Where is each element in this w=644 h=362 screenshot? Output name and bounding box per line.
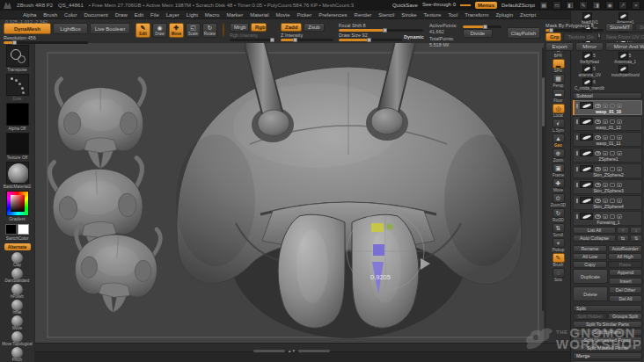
mirror-and-weld-button[interactable]: Mirror And Weld [605,42,644,51]
tool-thumbnail-item[interactable]: 5 Antennaa_1 [609,52,643,64]
subtool-row[interactable]: wasp_01_11 [573,132,642,147]
palette-icon[interactable]: ◧ [566,1,574,10]
rgb-intensity-slider[interactable]: Rgb Intensity [230,33,275,41]
subtool-row[interactable]: Forewing_1 [573,211,642,226]
right-shelf-button[interactable]: ✚ Move [548,178,569,192]
menu-item[interactable]: Texture [424,12,442,18]
right-shelf-button[interactable]: ▣ Frame [548,163,569,177]
export-button[interactable]: Export [545,42,574,51]
color-picker-square[interactable] [11,195,25,212]
lock-icon[interactable]: ◨ [592,1,601,10]
tool-thumbnail-item[interactable]: mouthpartfound [609,65,643,77]
menu-item[interactable]: Draw [115,12,128,18]
quick-brush-item[interactable]: DamStandard [5,268,30,283]
current-brush-thumbnail[interactable] [6,45,29,67]
stroke-thumbnail[interactable] [6,74,29,96]
eye-icon[interactable] [595,104,601,108]
eye-icon[interactable] [595,135,601,140]
main-color-swatch[interactable] [5,224,17,235]
right-shelf-button[interactable]: ◐ L.Sym [548,119,569,133]
monitor-icon[interactable]: ▭ [553,1,561,10]
auto-collapse-button[interactable]: Auto Collapse [573,235,616,242]
all-high-button[interactable]: All High [608,253,642,260]
subtool-row[interactable]: Skin_ZSphere4 [573,195,642,210]
right-shelf-button[interactable]: ⌖ Pickup [548,238,569,252]
gizmo-purple-handle[interactable] [373,244,384,256]
polypaint-icon[interactable] [603,183,608,187]
menu-item[interactable]: Edit [135,12,143,18]
mask-icon[interactable] [617,199,622,203]
right-shelf-button[interactable]: ▲ Geo [548,134,569,148]
paste-button[interactable]: Paste [608,261,642,268]
user-icon[interactable]: ◉ [605,1,614,10]
right-shelf-button[interactable]: ⇅ Scroll [548,223,569,237]
polypaint-icon[interactable] [603,104,608,108]
tool-thumbnail-item[interactable]: 5 antenna_UV [573,65,607,77]
zsub-button[interactable]: Zsub [304,23,325,32]
mask-icon[interactable] [617,214,622,219]
copy-button[interactable]: Copy [573,261,607,268]
duplicate-button[interactable]: Duplicate [573,269,608,284]
tool-thumbnail-item[interactable]: 5 fireflyHead [573,52,607,64]
menu-item[interactable]: Zplugin [495,12,513,18]
focal-shift-slider[interactable]: Focal Shift 8 [339,23,423,32]
menu-item[interactable]: File [150,12,159,18]
menu-item[interactable]: Macro [205,12,220,18]
eye-icon[interactable] [595,199,601,203]
mask-icon[interactable] [617,119,622,124]
right-shelf-button[interactable]: ◌ Solo [548,268,569,282]
right-shelf-button[interactable]: ✎ Brush [548,253,569,267]
insert-button[interactable]: Insert [609,278,642,285]
switch-color-button[interactable]: SwitchColor [6,236,29,242]
zadd-button[interactable]: Zadd [281,23,302,32]
new-from-uv-check-button[interactable]: New From UV Check [600,33,644,41]
split-hidden-button[interactable]: Split Hidden [573,313,607,320]
color-picker[interactable] [6,191,29,216]
mask-icon[interactable] [617,135,622,140]
polypaint-icon[interactable] [603,151,608,156]
subtool-row[interactable]: Skin_ZSphere2 [573,163,642,178]
tray-divider-bar[interactable] [298,350,330,352]
grid-icon[interactable]: ▦ [539,1,548,10]
polypaint-icon[interactable] [603,135,608,140]
sdiv-slider[interactable] [463,23,501,28]
polypaint-icon[interactable] [603,167,608,171]
rgb-button[interactable]: Rgb [251,23,267,32]
menu-item[interactable]: Color [64,12,77,18]
collapsed-section-header[interactable]: Merge [573,352,642,359]
menus-toggle-button[interactable]: Menus [475,2,497,9]
subtool-row[interactable]: wasp_01_10 [573,100,642,115]
menu-item[interactable]: Document [84,12,107,18]
right-shelf-button[interactable]: ▦ Persp [548,74,569,88]
switch-mt-button[interactable]: SwitchMT [635,23,644,32]
del-all-button[interactable]: Del All [609,295,642,302]
menu-item[interactable]: Stroke [401,12,416,18]
divide-button[interactable]: Divide [463,29,493,38]
menu-item[interactable]: Transform [465,12,488,18]
eye-icon[interactable] [595,214,601,219]
menu-item[interactable]: Movie [276,12,290,18]
menu-item[interactable]: Preferences [318,12,347,18]
menu-item[interactable]: Stencil [378,12,394,18]
close-icon[interactable]: × [632,1,640,10]
live-boolean-button[interactable]: Live Boolean [90,23,130,34]
eye-icon[interactable] [595,183,601,187]
quick-brush-item[interactable]: hPolish [11,284,24,299]
split-unmasked-points-button[interactable]: Split Unmasked Points [573,337,642,344]
see-through-slider[interactable]: See-through 0 [422,2,456,9]
tray-divider[interactable]: ▲▼ [253,349,330,353]
uv-icon[interactable] [610,214,615,219]
append-button[interactable]: Append [609,269,642,276]
menu-item[interactable]: Light [187,12,198,18]
subtool-row[interactable]: Skin_ZSphere3 [573,179,642,194]
mask-icon[interactable] [617,167,622,171]
rename-button[interactable]: Rename [573,245,607,252]
uv-icon[interactable] [610,183,615,187]
uv-icon[interactable] [610,151,615,156]
uv-icon[interactable] [610,104,615,108]
right-shelf-button[interactable]: ↻ Rot3D [548,208,569,222]
menu-item[interactable]: Tool [448,12,457,18]
current-brush-icon[interactable] [223,23,224,37]
gizmo-yellow-handle[interactable] [371,223,384,232]
tool-thumbnail-item[interactable]: 6 C_nitida_mandib [573,78,607,90]
